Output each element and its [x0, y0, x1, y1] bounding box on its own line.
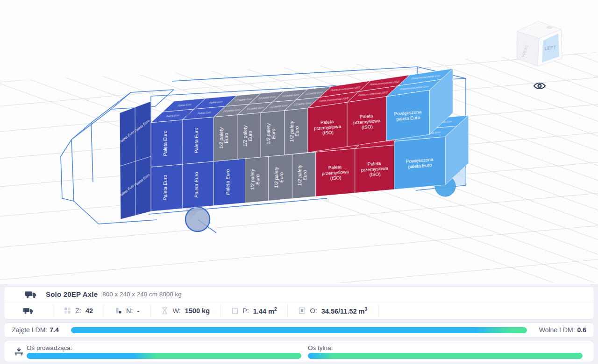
pallet-label: Euro — [302, 170, 307, 181]
stat-label: O: — [310, 307, 317, 315]
front-axle-col: Oś prowadząca: — [27, 344, 306, 359]
pallet-label: Paleta Euro — [162, 130, 168, 156]
pallet-label: (ISO) — [362, 124, 373, 130]
pallet-label: Paleta Euro — [193, 172, 199, 198]
stat-value: 34.56/11.52 m3 — [321, 307, 367, 315]
pallet-label: (ISO) — [322, 130, 334, 136]
pallet-label: (ISO) — [369, 171, 381, 177]
vehicle-info-panel: Solo 20EP Axle 800 x 240 x 240 cm 8000 k… — [0, 284, 598, 364]
pallet-label: Paleta Euro — [225, 169, 230, 195]
stat-value: - — [137, 307, 140, 315]
pallet-label: Paleta Euro — [193, 127, 199, 154]
cube-top-mark — [546, 26, 553, 29]
volume-icon — [299, 307, 306, 314]
stat-value: 1500 kg — [185, 307, 210, 315]
pallet-label: Paleta Euro — [162, 175, 168, 201]
front-wheel — [185, 207, 210, 231]
front-axle-bar — [27, 353, 301, 359]
stat-item-n: N:- — [104, 302, 150, 319]
stat-label: P: — [242, 307, 249, 315]
eye-icon[interactable] — [534, 83, 545, 89]
ldm-used-value: 7.4 — [50, 326, 58, 334]
stat-value: 1.44 m2 — [253, 307, 277, 315]
ldm-free-label: Wolne LDM:0.6 — [539, 326, 586, 334]
axles-card: Oś prowadząca: Oś tylna: — [4, 341, 594, 362]
scene-canvas[interactable]: Paleta EuroPaleta EuroPaleta EuroPaleta … — [0, 0, 598, 284]
stats-items: Z:42N:-W:1500 kgP:1.44 m2O:34.56/11.52 m… — [53, 302, 378, 319]
stat-label: Z: — [75, 307, 81, 315]
grid-icon — [64, 307, 71, 314]
ldm-used-label: Zajęte LDM:7.4 — [12, 326, 59, 334]
stack-icon — [115, 307, 122, 314]
stat-item-p: P:1.44 m2 — [221, 302, 287, 319]
vehicle-name: Solo 20EP Axle — [46, 290, 98, 298]
stat-label: W: — [172, 307, 180, 315]
pallet-label: Euro — [255, 174, 260, 185]
vehicle-dimensions: 800 x 240 x 240 cm 8000 kg — [102, 291, 182, 298]
pallet-label: Euro — [278, 172, 284, 182]
orientation-cube[interactable]: LEFTFRONT — [517, 21, 562, 66]
divider — [378, 304, 378, 317]
app-window: Paleta EuroPaleta EuroPaleta EuroPaleta … — [0, 0, 598, 364]
truck-icon — [25, 290, 37, 299]
stat-item-z: Z:42 — [53, 302, 104, 319]
pallet-label: Euro — [294, 126, 299, 137]
axle-icon — [11, 347, 27, 357]
pallet-label: (ISO) — [330, 175, 342, 181]
stat-item-w: W:1500 kg — [150, 302, 221, 319]
ldm-free-value: 0.6 — [577, 326, 586, 334]
rear-axle-label: Oś tylna: — [308, 344, 583, 351]
vehicle-stats-row: Z:42N:-W:1500 kgP:1.44 m2O:34.56/11.52 m… — [4, 302, 594, 319]
vehicle-card: Solo 20EP Axle 800 x 240 x 240 cm 8000 k… — [4, 286, 594, 320]
cargo-end-cap: Paleta EuroPaleta EuroPaleta EuroPaleta … — [119, 101, 151, 219]
load-3d-viewport[interactable]: Paleta EuroPaleta EuroPaleta EuroPaleta … — [0, 0, 598, 284]
ldm-card: Zajęte LDM:7.4 Wolne LDM:0.6 — [4, 322, 594, 338]
weight-icon — [161, 307, 168, 315]
area-icon — [232, 308, 238, 314]
stat-value: 42 — [85, 307, 93, 315]
vehicle-title-row: Solo 20EP Axle 800 x 240 x 240 cm 8000 k… — [4, 287, 594, 302]
rear-axle-bar — [308, 353, 583, 359]
front-axle-label: Oś prowadząca: — [27, 344, 301, 351]
stat-label: N: — [126, 307, 133, 315]
pallet-label: Euro — [223, 133, 229, 143]
pallet-label: Euro — [271, 128, 276, 139]
rear-axle-col: Oś tylna: — [306, 344, 587, 359]
truck-icon-small — [4, 307, 53, 315]
ldm-progress-bar — [71, 327, 527, 333]
pallet-label: Euro — [247, 130, 253, 141]
stat-item-o: O:34.56/11.52 m3 — [288, 302, 378, 319]
